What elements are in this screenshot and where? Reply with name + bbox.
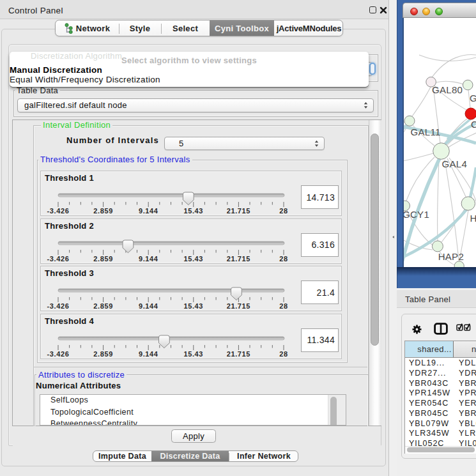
svg-text:-3.426: -3.426 (47, 255, 70, 263)
svg-text:C: C (471, 119, 476, 130)
svg-text:9.144: 9.144 (139, 302, 158, 310)
svg-text:15.43: 15.43 (184, 207, 204, 215)
svg-text:21.715: 21.715 (227, 302, 250, 310)
svg-text:21.715: 21.715 (227, 207, 250, 215)
svg-text:GAL11: GAL11 (411, 127, 441, 137)
svg-text:GAL80: GAL80 (432, 84, 463, 95)
svg-text:9.144: 9.144 (139, 350, 158, 358)
svg-text:21.715: 21.715 (227, 255, 250, 263)
svg-text:15.43: 15.43 (184, 302, 204, 310)
svg-text:28: 28 (279, 255, 288, 263)
svg-text:15.43: 15.43 (184, 255, 204, 263)
svg-text:15.43: 15.43 (184, 350, 204, 358)
svg-text:28: 28 (279, 350, 288, 358)
svg-text:9.144: 9.144 (139, 255, 158, 263)
svg-text:-3.426: -3.426 (47, 350, 70, 358)
svg-text:28: 28 (279, 207, 288, 215)
svg-text:GA: GA (470, 93, 476, 104)
svg-text:GAL4: GAL4 (442, 158, 468, 169)
svg-text:HAP2: HAP2 (438, 251, 464, 262)
svg-text:-3.426: -3.426 (47, 207, 70, 215)
svg-text:2.859: 2.859 (93, 350, 113, 358)
svg-text:2.859: 2.859 (93, 207, 113, 215)
svg-text:2.859: 2.859 (93, 255, 113, 263)
svg-text:-3.426: -3.426 (47, 302, 70, 310)
svg-text:28: 28 (279, 302, 288, 310)
svg-text:GCY1: GCY1 (404, 209, 429, 220)
svg-text:H: H (470, 213, 476, 224)
svg-text:2.859: 2.859 (93, 302, 113, 310)
svg-text:21.715: 21.715 (227, 350, 250, 358)
svg-text:9.144: 9.144 (139, 207, 158, 215)
